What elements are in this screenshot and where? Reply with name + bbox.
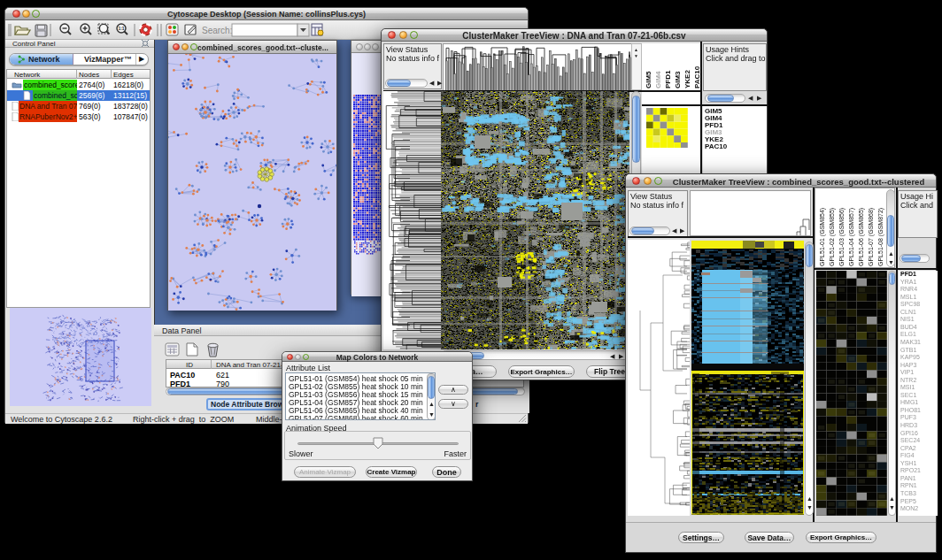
svg-text:GIM3: GIM3 bbox=[674, 71, 682, 88]
svg-text:GPL51-06 (GSM865): GPL51-06 (GSM865) bbox=[858, 208, 865, 266]
svg-text:PAC10: PAC10 bbox=[693, 65, 700, 88]
svg-text:GPL51-03 (GSM856): GPL51-03 (GSM856) bbox=[838, 208, 845, 266]
svg-text:1:1: 1:1 bbox=[118, 26, 124, 31]
svg-text:GPL51-01 (GSM854): GPL51-01 (GSM854) bbox=[819, 208, 826, 266]
svg-text:YKE2: YKE2 bbox=[683, 70, 691, 88]
svg-text:GPL51-02 (GSM855): GPL51-02 (GSM855) bbox=[829, 208, 836, 266]
svg-text:GIM5: GIM5 bbox=[645, 71, 652, 88]
svg-text:GPL51-07 (GSM868): GPL51-07 (GSM868) bbox=[868, 208, 875, 266]
svg-text:PFD1: PFD1 bbox=[664, 70, 672, 88]
svg-text:GIM4: GIM4 bbox=[654, 71, 662, 88]
svg-text:GPL51-08 (GSM872): GPL51-08 (GSM872) bbox=[877, 208, 884, 266]
svg-text:Search:: Search: bbox=[202, 26, 232, 35]
svg-text:GPL51-04 (GSM857): GPL51-04 (GSM857) bbox=[848, 208, 855, 266]
